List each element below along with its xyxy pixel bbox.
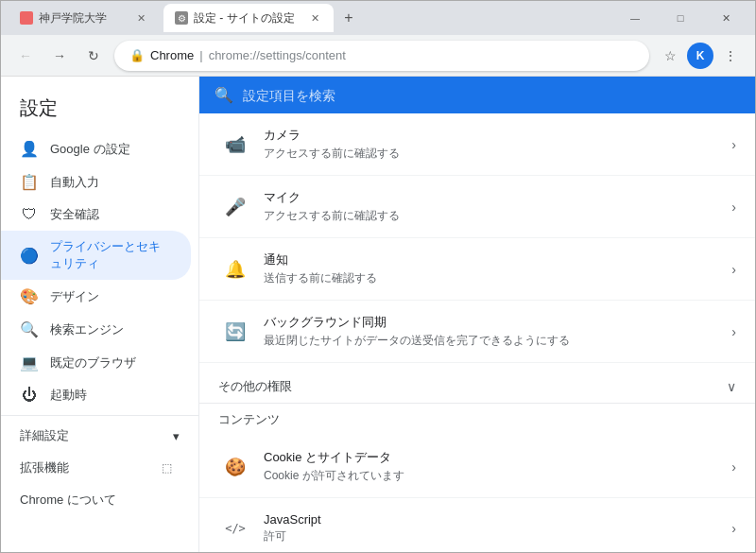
search-bar: 🔍	[199, 77, 755, 113]
microphone-title: マイク	[264, 189, 731, 206]
address-separator: |	[199, 48, 202, 62]
sidebar-title: 設定	[1, 84, 198, 132]
toolbar-right: ☆ K ⋮	[657, 43, 744, 69]
search-icon: 🔍	[215, 86, 233, 104]
settings-item-javascript[interactable]: </> JavaScript 許可 ›	[199, 498, 755, 552]
other-permissions-header[interactable]: その他の権限 ∨	[199, 363, 755, 403]
new-tab-button[interactable]: +	[337, 7, 360, 29]
tab2-favicon: ⚙	[175, 11, 188, 25]
secure-icon: 🔒	[129, 48, 145, 62]
back-button[interactable]: ←	[12, 43, 39, 69]
tab1-favicon	[20, 11, 33, 25]
browser-frame: 神戸学院大学 ✕ ⚙ 設定 - サイトの設定 ✕ + ← → ↻ 🔒 Chrom…	[0, 0, 756, 553]
cookies-subtitle: Cookie が許可されています	[264, 468, 731, 484]
sidebar-item-startup[interactable]: ⏻ 起動時	[1, 379, 191, 411]
background-sync-icon: 🔄	[218, 315, 252, 349]
javascript-text: JavaScript 許可	[264, 512, 731, 544]
content-section-label: コンテンツ	[218, 411, 280, 428]
sidebar-divider	[1, 415, 198, 416]
sidebar-item-privacy[interactable]: 🔵 プライバシーとセキュリティ	[1, 231, 191, 280]
title-bar: 神戸学院大学 ✕ ⚙ 設定 - サイトの設定 ✕ +	[1, 1, 755, 35]
sidebar-item-privacy-label: プライバシーとセキュリティ	[50, 238, 172, 272]
sidebar-item-google-label: Google の設定	[50, 141, 130, 158]
extensions-external-icon: ⬚	[162, 461, 172, 475]
background-sync-text: バックグラウンド同期 最近閉じたサイトがデータの送受信を完了できるようにする	[264, 314, 731, 349]
javascript-subtitle: 許可	[264, 528, 731, 544]
background-sync-title: バックグラウンド同期	[264, 314, 731, 331]
camera-icon: 📹	[218, 128, 252, 162]
chrome-about-label: Chrome について	[20, 492, 116, 509]
close-icon	[722, 12, 730, 25]
camera-text: カメラ アクセスする前に確認する	[264, 127, 731, 162]
notifications-title: 通知	[264, 251, 731, 268]
detail-section-label: 詳細設定	[20, 427, 69, 444]
sidebar-item-search[interactable]: 🔍 検索エンジン	[1, 313, 191, 346]
sidebar-item-search-label: 検索エンジン	[50, 321, 124, 338]
javascript-arrow: ›	[731, 521, 736, 536]
notifications-arrow: ›	[731, 262, 736, 277]
background-sync-subtitle: 最近閉じたサイトがデータの送受信を完了できるようにする	[264, 333, 731, 349]
close-button[interactable]	[704, 4, 747, 32]
address-path: chrome://settings/content	[209, 48, 346, 62]
sidebar-item-safety[interactable]: 🛡 安全確認	[1, 199, 191, 231]
camera-arrow: ›	[731, 137, 736, 152]
window-controls	[613, 4, 747, 32]
sidebar-item-browser[interactable]: 💻 既定のブラウザ	[1, 346, 191, 379]
address-protocol: Chrome	[150, 48, 194, 62]
sidebar-item-browser-label: 既定のブラウザ	[50, 354, 136, 372]
tab1-label: 神戸学院大学	[39, 10, 128, 26]
sidebar-item-safety-label: 安全確認	[50, 206, 99, 223]
settings-item-camera[interactable]: 📹 カメラ アクセスする前に確認する ›	[199, 113, 755, 176]
sidebar-item-chrome-about[interactable]: Chrome について	[1, 484, 191, 516]
other-permissions-chevron: ∨	[727, 379, 736, 394]
tab2-close[interactable]: ✕	[307, 10, 322, 26]
tab-inactive[interactable]: 神戸学院大学 ✕	[9, 4, 160, 32]
notifications-icon: 🔔	[218, 252, 252, 286]
minimize-icon	[630, 12, 640, 24]
extensions-label: 拡張機能	[20, 459, 69, 476]
refresh-button[interactable]: ↻	[80, 43, 107, 69]
tab-active[interactable]: ⚙ 設定 - サイトの設定 ✕	[163, 4, 334, 32]
cookies-text: Cookie とサイトデータ Cookie が許可されています	[264, 449, 731, 484]
browser-icon: 💻	[20, 354, 39, 372]
microphone-subtitle: アクセスする前に確認する	[264, 208, 731, 224]
cookies-arrow: ›	[731, 459, 736, 475]
sidebar-item-design-label: デザイン	[50, 288, 99, 305]
notifications-subtitle: 送信する前に確認する	[264, 270, 731, 286]
sidebar-item-detail[interactable]: 詳細設定 ▾	[1, 420, 198, 452]
content-area: 🔍 📹 カメラ アクセスする前に確認する › 🎤	[199, 77, 755, 552]
maximize-button[interactable]	[659, 4, 702, 32]
main-content: 設定 👤 Google の設定 📋 自動入力 🛡 安全確認 🔵 プライバシーとセ…	[1, 77, 755, 552]
camera-subtitle: アクセスする前に確認する	[264, 146, 731, 162]
detail-arrow-icon: ▾	[173, 429, 180, 443]
sidebar-item-autofill[interactable]: 📋 自動入力	[1, 165, 191, 199]
javascript-icon: </>	[218, 511, 252, 545]
cookies-title: Cookie とサイトデータ	[264, 449, 731, 466]
sidebar: 設定 👤 Google の設定 📋 自動入力 🛡 安全確認 🔵 プライバシーとセ…	[1, 77, 199, 552]
settings-item-notifications[interactable]: 🔔 通知 送信する前に確認する ›	[199, 238, 755, 301]
address-content: 🔒 Chrome | chrome://settings/content	[129, 48, 634, 62]
bookmark-button[interactable]: ☆	[657, 43, 683, 69]
sidebar-item-google[interactable]: 👤 Google の設定	[1, 132, 191, 165]
microphone-icon: 🎤	[218, 190, 252, 224]
tab2-label: 設定 - サイトの設定	[194, 10, 301, 26]
maximize-icon	[678, 12, 684, 24]
detail-left: 詳細設定	[20, 427, 69, 444]
camera-title: カメラ	[264, 127, 731, 144]
settings-item-cookies[interactable]: 🍪 Cookie とサイトデータ Cookie が許可されています ›	[199, 436, 755, 498]
settings-item-microphone[interactable]: 🎤 マイク アクセスする前に確認する ›	[199, 176, 755, 238]
privacy-icon: 🔵	[20, 247, 39, 265]
notifications-text: 通知 送信する前に確認する	[264, 251, 731, 286]
tab1-close[interactable]: ✕	[133, 10, 148, 26]
sidebar-item-startup-label: 起動時	[50, 387, 87, 404]
settings-item-background-sync[interactable]: 🔄 バックグラウンド同期 最近閉じたサイトがデータの送受信を完了できるようにする…	[199, 301, 755, 363]
sidebar-item-extensions[interactable]: 拡張機能 ⬚	[1, 452, 191, 484]
address-input[interactable]: 🔒 Chrome | chrome://settings/content	[114, 41, 649, 71]
minimize-button[interactable]	[613, 4, 657, 32]
other-permissions-label: その他の権限	[218, 378, 292, 395]
sidebar-item-design[interactable]: 🎨 デザイン	[1, 280, 191, 313]
search-input[interactable]	[243, 88, 740, 103]
menu-button[interactable]: ⋮	[717, 43, 744, 69]
profile-button[interactable]: K	[687, 43, 713, 69]
forward-button[interactable]: →	[46, 43, 73, 69]
